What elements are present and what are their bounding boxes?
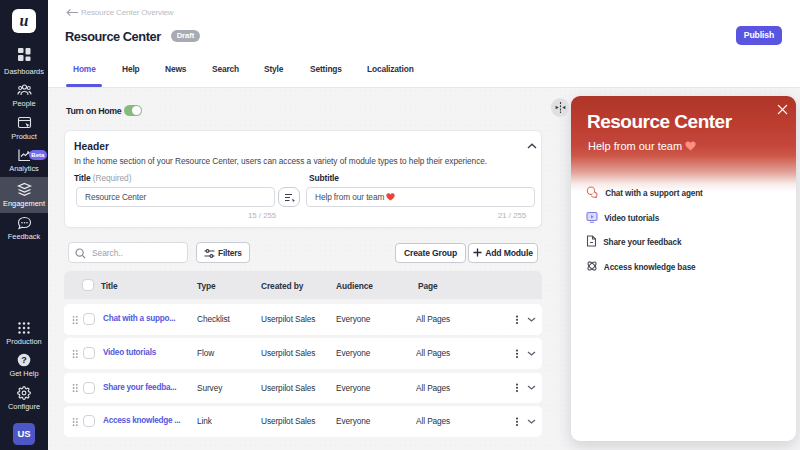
svg-text:?: ? (21, 355, 27, 365)
